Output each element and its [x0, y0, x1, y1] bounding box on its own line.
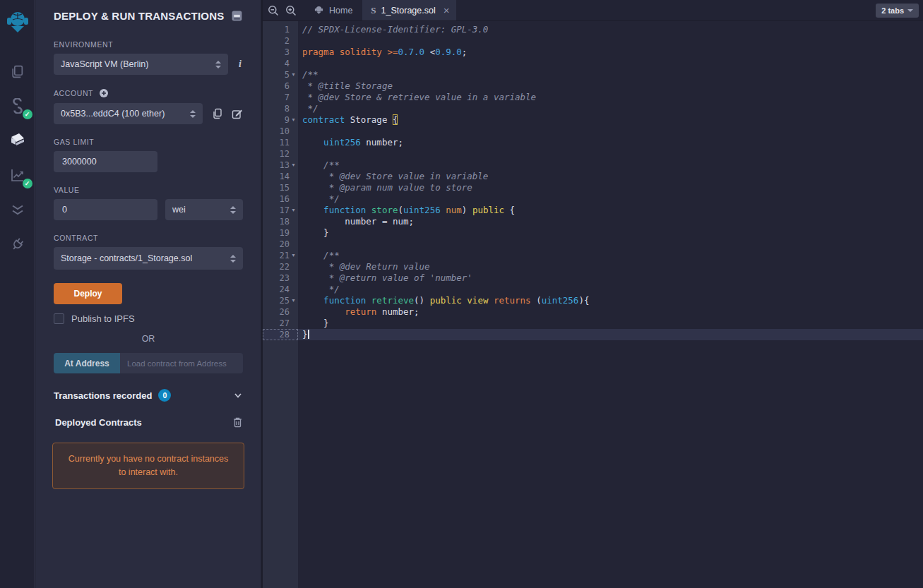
code-line[interactable]: 2 [263, 35, 923, 47]
code-line[interactable]: 21▾ /** [263, 250, 923, 261]
sign-message-icon[interactable] [232, 108, 243, 119]
line-number[interactable]: 5▾ [263, 69, 298, 80]
sidebar-item-unit-testing[interactable] [7, 199, 28, 220]
environment-label: ENVIRONMENT [54, 40, 243, 49]
code-line[interactable]: 7 * @dev Store & retrieve value in a var… [263, 92, 923, 103]
trash-icon[interactable] [232, 416, 243, 428]
line-number[interactable]: 14 [263, 171, 298, 182]
code-line[interactable]: 24 */ [263, 284, 923, 295]
sidebar-item-plugin-manager[interactable] [7, 234, 28, 255]
line-number[interactable]: 27 [263, 318, 298, 329]
code-line[interactable]: 23 * @return value of 'number' [263, 272, 923, 284]
code-lines[interactable]: 1// SPDX-License-Identifier: GPL-3.023pr… [263, 21, 923, 588]
code-line[interactable]: 28} [263, 329, 923, 340]
environment-info-icon[interactable]: i [239, 59, 242, 70]
code-line[interactable]: 22 * @dev Return value [263, 261, 923, 272]
code-line[interactable]: 6 * @title Storage [263, 80, 923, 92]
code-line[interactable]: 10 [263, 126, 923, 137]
code-line[interactable]: 4 [263, 58, 923, 69]
line-number[interactable]: 6 [263, 80, 298, 92]
account-select[interactable]: 0x5B3...eddC4 (100 ether) [54, 103, 203, 124]
contract-select[interactable]: Storage - contracts/1_Storage.sol [54, 247, 243, 270]
line-number[interactable]: 7 [263, 92, 298, 103]
fold-arrow-icon[interactable]: ▾ [290, 295, 297, 306]
line-number[interactable]: 17▾ [263, 205, 298, 216]
line-number[interactable]: 11 [263, 137, 298, 148]
publish-ipfs-checkbox[interactable] [54, 313, 64, 324]
code-line[interactable]: 12 [263, 148, 923, 160]
code-line[interactable]: 18 number = num; [263, 216, 923, 227]
gas-limit-input[interactable] [54, 151, 157, 172]
panel-title: DEPLOY & RUN TRANSACTIONS [54, 10, 224, 22]
code-line[interactable]: 27 } [263, 318, 923, 329]
code-line[interactable]: 5▾/** [263, 69, 923, 80]
sidebar-item-solidity-compiler[interactable]: ✓ [7, 95, 28, 116]
code-line[interactable]: 11 uint256 number; [263, 137, 923, 148]
no-instances-message: Currently you have no contract instances… [52, 443, 244, 489]
line-number[interactable]: 9▾ [263, 114, 298, 126]
code-line[interactable]: 13▾ /** [263, 160, 923, 171]
line-number[interactable]: 1 [263, 24, 298, 35]
code-line[interactable]: 9▾contract Storage { [263, 114, 923, 126]
line-number[interactable]: 4 [263, 58, 298, 69]
line-number[interactable]: 3 [263, 47, 298, 58]
line-number[interactable]: 13▾ [263, 160, 298, 171]
code-line[interactable]: 17▾ function store(uint256 num) public { [263, 205, 923, 216]
tab-home[interactable]: Home [304, 0, 362, 20]
code-line[interactable]: 20 [263, 239, 923, 250]
documentation-book-icon[interactable] [231, 10, 243, 22]
close-tab-icon[interactable]: × [443, 5, 450, 16]
line-number[interactable]: 23 [263, 272, 298, 284]
tab-1-storage-sol[interactable]: S 1_Storage.sol × [362, 0, 456, 20]
line-number[interactable]: 18 [263, 216, 298, 227]
code-line[interactable]: 26 return number; [263, 306, 923, 318]
code-line[interactable]: 14 * @dev Store value in variable [263, 171, 923, 182]
line-number[interactable]: 21▾ [263, 250, 298, 261]
line-number[interactable]: 20 [263, 239, 298, 250]
code-line[interactable]: 15 * @param num value to store [263, 182, 923, 193]
code-line[interactable]: 3pragma solidity >=0.7.0 <0.9.0; [263, 47, 923, 58]
line-number[interactable]: 26 [263, 306, 298, 318]
fold-arrow-icon[interactable]: ▾ [290, 114, 297, 126]
sidebar-item-deploy-and-run[interactable] [7, 130, 28, 151]
line-number[interactable]: 10 [263, 126, 298, 137]
sidebar-item-file-explorer[interactable] [7, 61, 28, 82]
fold-arrow-icon[interactable]: ▾ [290, 250, 297, 261]
code-line[interactable]: 19 } [263, 227, 923, 239]
chevron-down-icon[interactable] [233, 390, 243, 400]
sidebar-item-static-analysis[interactable]: ✓ [7, 164, 28, 186]
tabs-dropdown-button[interactable]: 2 tabs [876, 4, 919, 18]
at-address-button[interactable]: At Address [54, 353, 120, 373]
line-number[interactable]: 16 [263, 193, 298, 205]
line-number[interactable]: 28 [263, 329, 298, 340]
compiled-check-badge: ✓ [23, 109, 32, 119]
fold-arrow-icon[interactable]: ▾ [290, 69, 297, 80]
add-account-icon[interactable] [99, 88, 109, 98]
line-number[interactable]: 22 [263, 261, 298, 272]
code-line[interactable]: 8 */ [263, 103, 923, 114]
value-unit-select[interactable]: wei [165, 199, 243, 220]
copy-account-icon[interactable] [212, 108, 222, 119]
publish-ipfs-label[interactable]: Publish to IPFS [71, 313, 135, 324]
environment-select[interactable]: JavaScript VM (Berlin) [54, 54, 228, 75]
fold-arrow-icon[interactable]: ▾ [290, 160, 297, 171]
line-number[interactable]: 25▾ [263, 295, 298, 306]
select-carets-icon [230, 255, 236, 263]
remix-logo-icon[interactable] [5, 8, 30, 37]
line-number[interactable]: 19 [263, 227, 298, 239]
line-number[interactable]: 12 [263, 148, 298, 160]
code-line[interactable]: 16 */ [263, 193, 923, 205]
line-number[interactable]: 2 [263, 35, 298, 47]
zoom-out-icon[interactable] [268, 5, 279, 16]
code-line[interactable]: 25▾ function retrieve() public view retu… [263, 295, 923, 306]
line-number[interactable]: 8 [263, 103, 298, 114]
value-input[interactable] [54, 199, 157, 220]
fold-arrow-icon[interactable]: ▾ [290, 205, 297, 216]
code-line[interactable]: 1// SPDX-License-Identifier: GPL-3.0 [263, 24, 923, 35]
at-address-input[interactable] [120, 353, 243, 373]
line-number[interactable]: 24 [263, 284, 298, 295]
deploy-button[interactable]: Deploy [54, 283, 122, 304]
transactions-recorded-row[interactable]: Transactions recorded 0 [54, 389, 243, 402]
line-number[interactable]: 15 [263, 182, 298, 193]
zoom-in-icon[interactable] [285, 5, 297, 16]
